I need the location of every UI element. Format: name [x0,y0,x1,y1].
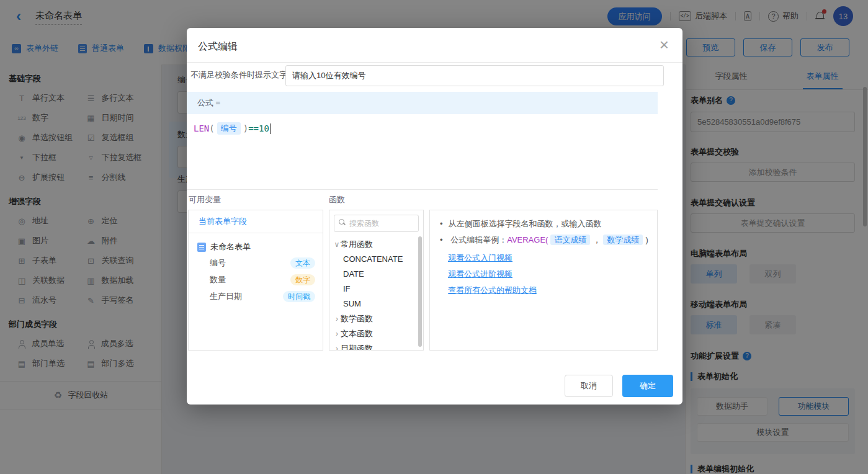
formula-editor[interactable]: LEN ( 编号 ) ==10 [187,114,658,190]
function-item-if[interactable]: IF [329,282,423,297]
variables-panel: 当前表单字段 未命名表单 编号 文本 数量 数字 生产日期 时间戳 [188,210,323,351]
formula-equals-label: 公式 = [197,98,220,107]
link-formula-docs[interactable]: 查看所有公式的帮助文档 [448,285,537,296]
functions-panel: 搜索函数 ∨常用函数 CONCATENATE DATE IF SUM ›数学函数… [329,210,424,351]
functions-panel-label: 函数 [329,194,345,205]
functions-scrollbar[interactable] [418,236,422,347]
type-badge-timestamp: 时间戳 [283,291,315,302]
example-separator: ， [593,235,601,244]
group-label: 常用函数 [341,237,373,252]
variable-field-number[interactable]: 编号 文本 [210,254,323,271]
function-item-sum[interactable]: SUM [329,297,423,311]
app-screen: ‹ 未命名表单 应用访问 </> 后端脚本 A ? 帮助 13 ∞ 表 [0,0,868,474]
text-cursor [270,123,271,134]
formula-comparison-token: ==10 [248,123,269,133]
formula-field-chip[interactable]: 编号 [217,122,241,135]
dialog-title: 公式编辑 [198,40,238,53]
formula-help-panel: 从左侧面板选择字段名和函数，或输入函数 公式编辑举例：AVERAGE(语文成绩，… [429,210,658,351]
search-placeholder: 搜索函数 [349,215,379,231]
chevron-right-icon: › [333,341,341,351]
form-tree-root[interactable]: 未命名表单 [197,239,323,254]
cancel-button[interactable]: 取消 [565,375,613,397]
formula-close-paren: ) [243,123,248,133]
form-doc-icon [197,243,206,252]
group-label: 数学函数 [341,311,373,326]
tab-current-form-fields[interactable]: 当前表单字段 [199,217,247,226]
variables-tab-row: 当前表单字段 [189,210,323,233]
function-item-date[interactable]: DATE [329,267,423,282]
function-group-date[interactable]: ›日期函数 [329,341,423,351]
chevron-right-icon: › [333,311,341,326]
example-field-chip: 数学成绩 [603,235,643,245]
form-root-label: 未命名表单 [210,241,251,253]
example-field-chip: 语文成绩 [550,235,590,245]
function-group-text[interactable]: ›文本函数 [329,326,423,341]
help-example-prefix: 公式编辑举例： [450,235,507,244]
formula-expression: LEN ( 编号 ) ==10 [194,122,658,135]
formula-open-paren: ( [209,123,214,133]
example-close-paren: ) [645,235,648,244]
function-search-box[interactable]: 搜索函数 [334,215,419,232]
link-advanced-video[interactable]: 观看公式进阶视频 [448,269,512,280]
variable-name: 编号 [210,257,226,269]
variable-name: 生产日期 [210,291,242,302]
type-badge-text: 文本 [290,257,315,269]
function-item-concatenate[interactable]: CONCATENATE [329,252,423,267]
help-tip-1: 从左侧面板选择字段名和函数，或输入函数 [440,218,651,230]
confirm-button[interactable]: 确定 [622,375,673,397]
variable-name: 数量 [210,274,226,285]
function-group-math[interactable]: ›数学函数 [329,311,423,326]
chevron-right-icon: › [333,326,341,341]
chevron-down-icon: ∨ [333,237,341,252]
close-icon[interactable]: × [660,35,669,54]
search-icon [339,219,344,225]
type-badge-number: 数字 [290,274,315,285]
help-tip-text: 从左侧面板选择字段名和函数，或输入函数 [449,219,602,228]
group-label: 日期函数 [341,341,373,351]
formula-edit-dialog: 公式编辑 × 不满足校验条件时提示文字: 公式 = LEN ( 编号 ) ==1… [187,28,682,405]
variable-field-quantity[interactable]: 数量 数字 [210,271,323,288]
link-intro-video[interactable]: 观看公式入门视频 [448,253,512,264]
example-function-token: AVERAGE( [507,235,548,244]
variables-panel-label: 可用变量 [189,194,221,205]
group-label: 文本函数 [341,326,373,341]
validation-message-input[interactable] [285,65,664,86]
help-tip-2: 公式编辑举例：AVERAGE(语文成绩，数学成绩) [440,234,651,246]
function-group-common[interactable]: ∨常用函数 [329,237,423,252]
formula-header-bar: 公式 = [187,92,658,114]
variable-field-production-date[interactable]: 生产日期 时间戳 [210,288,323,305]
formula-function-token: LEN [194,123,209,133]
dialog-header-divider [187,62,682,63]
validation-message-label: 不满足校验条件时提示文字: [190,65,290,85]
